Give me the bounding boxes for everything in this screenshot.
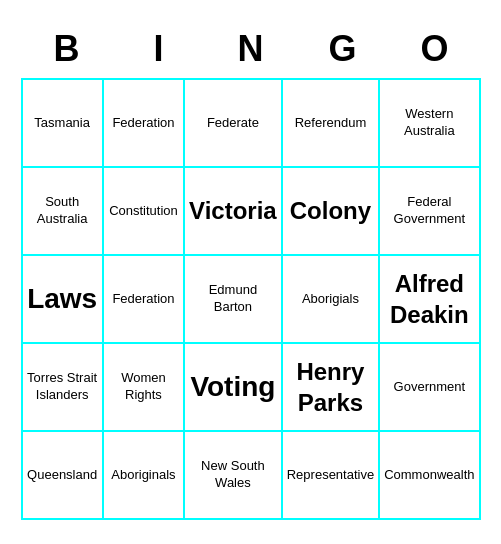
bingo-letter: I [113,24,205,74]
bingo-letter: O [389,24,481,74]
cell-text: Colony [290,195,371,226]
cell-text: Western Australia [384,106,474,140]
bingo-header: BINGO [21,24,481,74]
bingo-letter: G [297,24,389,74]
cell-text: Government [394,379,466,396]
cell-text: Alfred Deakin [384,268,474,330]
bingo-card: BINGO TasmaniaFederationFederateReferend… [11,14,491,530]
cell-text: Queensland [27,467,97,484]
cell-text: Federation [112,291,174,308]
bingo-cell: Edmund Barton [185,256,283,344]
bingo-cell: Voting [185,344,283,432]
cell-text: Voting [190,369,275,405]
cell-text: Federation [112,115,174,132]
cell-text: Women Rights [108,370,179,404]
cell-text: Laws [27,281,97,317]
cell-text: Tasmania [34,115,90,132]
bingo-cell: South Australia [23,168,104,256]
bingo-cell: Laws [23,256,104,344]
bingo-cell: Tasmania [23,80,104,168]
cell-text: South Australia [27,194,98,228]
cell-text: Henry Parks [287,356,374,418]
bingo-cell: Representative [283,432,380,520]
cell-text: Constitution [109,203,178,220]
bingo-letter: B [21,24,113,74]
bingo-grid: TasmaniaFederationFederateReferendumWest… [21,78,481,520]
bingo-cell: Alfred Deakin [380,256,480,344]
cell-text: New South Wales [189,458,277,492]
bingo-cell: Queensland [23,432,104,520]
cell-text: Victoria [189,195,277,226]
cell-text: Referendum [295,115,367,132]
bingo-cell: Federation [104,80,185,168]
cell-text: Federal Government [384,194,474,228]
cell-text: Commonwealth [384,467,474,484]
bingo-cell: Henry Parks [283,344,380,432]
bingo-letter: N [205,24,297,74]
bingo-cell: Aborigials [283,256,380,344]
bingo-cell: Western Australia [380,80,480,168]
bingo-cell: New South Wales [185,432,283,520]
bingo-cell: Torres Strait Islanders [23,344,104,432]
bingo-cell: Commonwealth [380,432,480,520]
bingo-cell: Federation [104,256,185,344]
bingo-cell: Colony [283,168,380,256]
bingo-cell: Victoria [185,168,283,256]
bingo-cell: Federal Government [380,168,480,256]
bingo-cell: Aboriginals [104,432,185,520]
cell-text: Aboriginals [111,467,175,484]
cell-text: Edmund Barton [189,282,277,316]
bingo-cell: Women Rights [104,344,185,432]
cell-text: Federate [207,115,259,132]
bingo-cell: Government [380,344,480,432]
cell-text: Aborigials [302,291,359,308]
cell-text: Torres Strait Islanders [27,370,98,404]
bingo-cell: Referendum [283,80,380,168]
bingo-cell: Federate [185,80,283,168]
bingo-cell: Constitution [104,168,185,256]
cell-text: Representative [287,467,374,484]
